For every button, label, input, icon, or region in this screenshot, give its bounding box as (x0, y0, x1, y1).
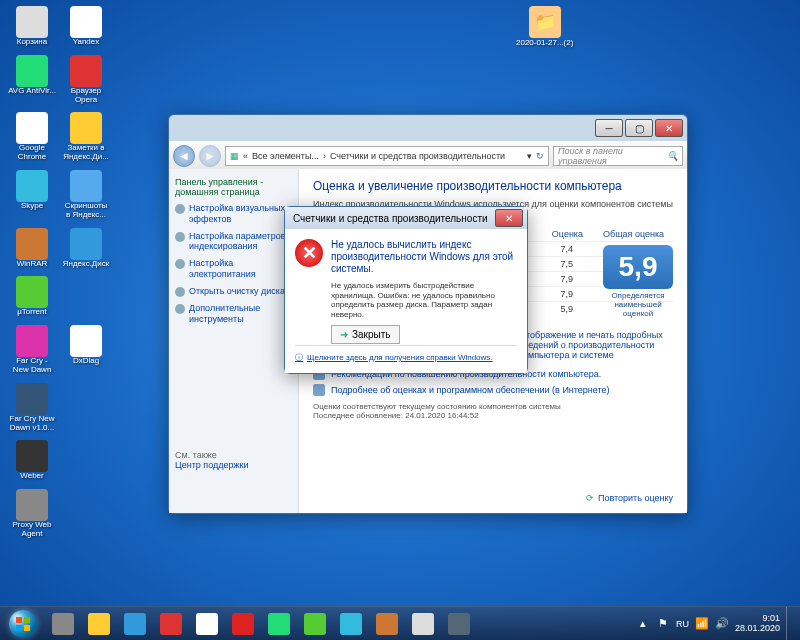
app-icon (196, 613, 218, 635)
maximize-button[interactable]: ▢ (625, 119, 653, 137)
desktop-icon[interactable] (62, 276, 110, 317)
sidebar-item-support[interactable]: Центр поддержки (175, 460, 292, 471)
minimize-button[interactable]: ─ (595, 119, 623, 137)
desktop-icon-folder[interactable]: 📁 2020-01-27...(2) (516, 6, 573, 47)
desktop-icon[interactable]: Скриншоты в Яндекс... (62, 170, 110, 220)
app-icon (88, 613, 110, 635)
clock[interactable]: 9:01 28.01.2020 (735, 614, 780, 634)
sidebar-item[interactable]: Дополнительные инструменты (175, 303, 292, 325)
desktop-icon[interactable]: Far Cry New Dawn v1.0... (8, 383, 56, 433)
desktop-icon[interactable]: AVG AntiVir... (8, 55, 56, 105)
desktop-icon[interactable]: Заметки в Яндекс.Ди... (62, 112, 110, 162)
desktop-icon[interactable]: Браузер Opera (62, 55, 110, 105)
taskbar-app[interactable] (262, 610, 296, 638)
app-icon (124, 613, 146, 635)
desktop-icon[interactable]: Яндекс.Диск (62, 228, 110, 269)
taskbar-app[interactable] (226, 610, 260, 638)
desktop-icon[interactable]: Proxy Web Agent (8, 489, 56, 539)
refresh-assessment-link[interactable]: ⟳ Повторить оценку (586, 493, 673, 503)
sidebar-item-label: Настройка визуальных эффектов (189, 203, 292, 225)
sidebar-item[interactable]: Открыть очистку диска (175, 286, 292, 297)
search-input[interactable]: Поиск в панели управления 🔍 (553, 146, 683, 166)
network-icon[interactable]: 📶 (695, 617, 709, 631)
taskbar-app[interactable] (82, 610, 116, 638)
breadcrumb[interactable]: Счетчики и средства производительности (330, 151, 505, 161)
score-value: 7,4 (560, 244, 573, 254)
app-icon (376, 613, 398, 635)
link-about-online[interactable]: Подробнее об оценках и программном обесп… (313, 384, 673, 396)
flag-icon[interactable]: ⚑ (656, 617, 670, 631)
desktop-icon[interactable]: Far Cry - New Dawn (8, 325, 56, 375)
desktop-icon[interactable]: Skype (8, 170, 56, 220)
sidebar-item[interactable]: Настройка параметров индексирования (175, 231, 292, 253)
desktop-icon[interactable]: Корзина (8, 6, 56, 47)
close-button[interactable]: ✕ (655, 119, 683, 137)
sidebar-item[interactable]: Настройка визуальных эффектов (175, 203, 292, 225)
address-bar[interactable]: ▦ « Все элементы... › Счетчики и средств… (225, 146, 549, 166)
dialog-help-link[interactable]: ⓘ Щелкните здесь для получения справки W… (295, 345, 517, 363)
desktop-icon[interactable]: Weber (8, 440, 56, 481)
score-value: 5,9 (560, 304, 573, 314)
start-button[interactable] (4, 609, 42, 639)
taskbar-app[interactable] (298, 610, 332, 638)
desktop-icon[interactable]: Yandex (62, 6, 110, 47)
dialog-titlebar[interactable]: Счетчики и средства производительности ✕ (285, 207, 527, 229)
taskbar-app[interactable] (334, 610, 368, 638)
titlebar[interactable]: ─ ▢ ✕ (169, 115, 687, 141)
taskbar-app[interactable] (442, 610, 476, 638)
desktop-icon-label: Яндекс.Диск (63, 260, 110, 269)
svg-rect-0 (16, 617, 22, 623)
sidebar-item-label: Открыть очистку диска (189, 286, 285, 297)
desktop-icon-label: Skype (21, 202, 43, 211)
nav-back-button[interactable]: ◄ (173, 145, 195, 167)
footer-timestamp: Последнее обновление: 24.01.2020 16:44:5… (313, 411, 673, 420)
desktop-icon[interactable]: µTorrent (8, 276, 56, 317)
desktop-icon-label: 2020-01-27...(2) (516, 38, 573, 47)
sidebar-item-label: Настройка параметров индексирования (189, 231, 292, 253)
taskbar-app[interactable] (190, 610, 224, 638)
dialog-title: Счетчики и средства производительности (293, 213, 488, 224)
system-tray: ▴ ⚑ RU 📶 🔊 9:01 28.01.2020 (636, 614, 786, 634)
language-indicator[interactable]: RU (676, 619, 689, 629)
app-icon (232, 613, 254, 635)
app-icon (340, 613, 362, 635)
sidebar-item-label: Дополнительные инструменты (189, 303, 292, 325)
desktop-icon-label: Скриншоты в Яндекс... (62, 202, 110, 220)
taskbar-app[interactable] (46, 610, 80, 638)
desktop-icon[interactable]: WinRAR (8, 228, 56, 269)
bullet-icon (175, 287, 185, 297)
search-icon: 🔍 (667, 151, 678, 161)
desktop-icon[interactable]: Google Chrome (8, 112, 56, 162)
tray-expand-icon[interactable]: ▴ (636, 617, 650, 631)
desktop-icon[interactable]: DxDiag (62, 325, 110, 375)
taskbar-app[interactable] (406, 610, 440, 638)
breadcrumb[interactable]: Все элементы... (252, 151, 319, 161)
dialog-close-action[interactable]: ➜ Закрыть (331, 325, 400, 344)
overall-score-box: 5,9 Определяется наименьшей оценкой (603, 245, 673, 318)
taskbar-app[interactable] (154, 610, 188, 638)
overall-score: 5,9 (603, 245, 673, 289)
taskbar-app[interactable] (118, 610, 152, 638)
desktop-icon-label: Google Chrome (8, 144, 56, 162)
taskbar-app[interactable] (370, 610, 404, 638)
desktop-icon-label: Far Cry New Dawn v1.0... (8, 415, 56, 433)
refresh-icon[interactable]: ↻ (536, 151, 544, 161)
desktop-icon-label: Proxy Web Agent (8, 521, 56, 539)
dialog-close-button[interactable]: ✕ (495, 209, 523, 227)
score-caption: Определяется наименьшей оценкой (603, 291, 673, 318)
sidebar-item[interactable]: Настройка электропитания (175, 258, 292, 280)
control-panel-icon: ▦ (230, 151, 239, 161)
desktop-icon-label: Заметки в Яндекс.Ди... (62, 144, 110, 162)
desktop-icon-label: µTorrent (17, 308, 47, 317)
bullet-icon (175, 232, 185, 242)
error-dialog: Счетчики и средства производительности ✕… (284, 206, 528, 374)
bullet-icon (175, 204, 185, 214)
svg-rect-2 (16, 625, 22, 631)
desktop-icon-label: DxDiag (73, 357, 99, 366)
score-value: 7,9 (560, 274, 573, 284)
volume-icon[interactable]: 🔊 (715, 617, 729, 631)
sidebar: Панель управления - домашняя страница На… (169, 169, 299, 513)
sidebar-home-link[interactable]: Панель управления - домашняя страница (175, 177, 292, 197)
nav-forward-button[interactable]: ► (199, 145, 221, 167)
show-desktop-button[interactable] (786, 607, 796, 641)
